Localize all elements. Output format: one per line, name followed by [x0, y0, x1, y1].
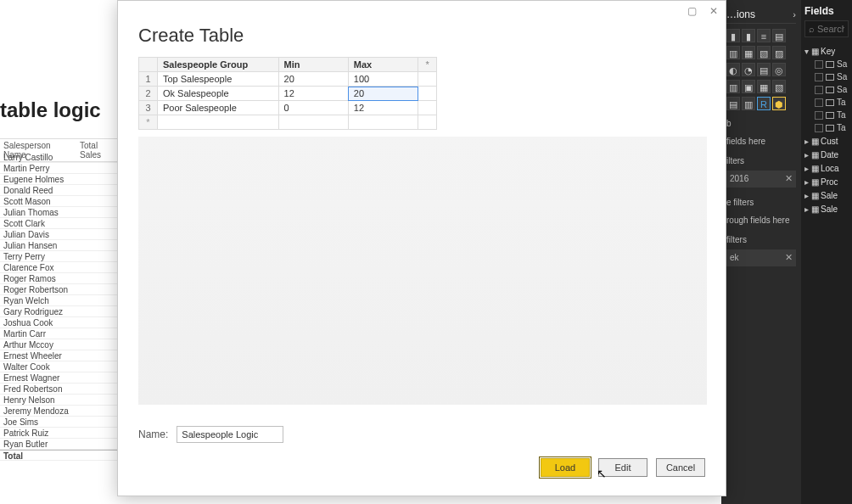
col-header-min[interactable]: Min	[278, 58, 348, 72]
list-item[interactable]: Ernest Wagner	[0, 372, 117, 384]
field-group[interactable]: ▸▦Date	[804, 148, 849, 161]
chart-icon-1[interactable]: ▮	[726, 29, 740, 42]
list-item[interactable]: Clarence Fox	[0, 262, 117, 273]
col-header-add[interactable]: *	[418, 58, 437, 72]
field-item[interactable]: Sa	[804, 83, 849, 96]
chart-icon-7[interactable]: ▧	[757, 46, 771, 59]
cell-extra[interactable]	[418, 101, 437, 115]
chart-icon-17[interactable]: ▤	[726, 97, 740, 110]
cell-extra[interactable]	[418, 72, 437, 87]
list-item[interactable]: Eugene Holmes	[0, 174, 117, 185]
cell-extra[interactable]	[418, 115, 437, 130]
list-item[interactable]: Martin Perry	[0, 163, 117, 174]
table-name-input[interactable]	[177, 426, 283, 443]
chart-icon-14[interactable]: ▣	[742, 80, 755, 93]
drillthrough-hint[interactable]: rough fields here	[726, 216, 796, 225]
field-item[interactable]: Sa	[804, 70, 849, 83]
list-item[interactable]: Henry Nelson	[0, 395, 117, 406]
chart-icon-2[interactable]: ▮	[742, 29, 755, 42]
field-group[interactable]: ▸▦Proc	[804, 175, 849, 188]
r-visual-icon[interactable]: R	[757, 97, 771, 110]
filter-chip-year[interactable]: 2016 ✕	[726, 171, 796, 188]
py-visual-icon[interactable]: ⬢	[772, 97, 786, 110]
cell-min[interactable]: 12	[278, 87, 348, 101]
cell-max[interactable]: 100	[348, 72, 418, 87]
fields-search[interactable]: ⌕	[804, 20, 849, 37]
checkbox-icon[interactable]	[815, 60, 823, 69]
checkbox-icon[interactable]	[815, 124, 823, 132]
list-item[interactable]: Roger Ramos	[0, 273, 117, 284]
field-item[interactable]: Sa	[804, 58, 849, 70]
field-group[interactable]: ▸▦Sale	[804, 188, 849, 202]
checkbox-icon[interactable]	[815, 73, 823, 81]
table-row[interactable]: 1Top Salespeople20100	[139, 72, 437, 87]
list-item[interactable]: Fred Robertson	[0, 384, 117, 395]
col-header-group[interactable]: Salespeople Group	[157, 58, 278, 72]
edit-button[interactable]: Edit	[598, 458, 647, 477]
list-item[interactable]: Donald Reed	[0, 185, 117, 196]
cell-group[interactable]	[157, 115, 278, 130]
field-group-key[interactable]: ▾ ▦ Key	[804, 44, 849, 58]
list-item[interactable]: Gary Rodriguez	[0, 306, 117, 317]
list-item[interactable]: Roger Robertson	[0, 284, 117, 295]
cell-max[interactable]	[348, 115, 418, 130]
checkbox-icon[interactable]	[815, 98, 823, 107]
chart-icon-13[interactable]: ▥	[726, 80, 740, 93]
list-item[interactable]: Joe Sims	[0, 417, 117, 428]
list-item[interactable]: Jeremy Mendoza	[0, 406, 117, 417]
cell-max[interactable]: 12	[348, 101, 418, 115]
field-group[interactable]: ▸▦Loca	[804, 161, 849, 175]
list-item[interactable]: Julian Hansen	[0, 240, 117, 251]
chart-icon-12[interactable]: ◎	[772, 63, 786, 76]
cell-group[interactable]: Top Salespeople	[157, 72, 278, 87]
list-item[interactable]: Scott Mason	[0, 196, 117, 207]
col-header-max[interactable]: Max	[348, 58, 418, 72]
cell-min[interactable]	[278, 115, 348, 130]
list-item[interactable]: Arthur Mccoy	[0, 339, 117, 350]
window-close-icon[interactable]: ✕	[707, 4, 720, 18]
window-restore-icon[interactable]: ▢	[685, 4, 698, 18]
field-item[interactable]: Ta	[804, 109, 849, 121]
list-item[interactable]: Ernest Wheeler	[0, 350, 117, 361]
cell-min[interactable]: 20	[278, 72, 348, 87]
chart-icon-11[interactable]: ▤	[757, 63, 771, 76]
table-row-new[interactable]: *	[139, 115, 437, 130]
list-item[interactable]: Ryan Butler	[0, 439, 117, 450]
checkbox-icon[interactable]	[815, 111, 823, 120]
list-item[interactable]: Martin Carr	[0, 328, 117, 339]
fields-search-input[interactable]	[817, 24, 844, 34]
list-item[interactable]: Joshua Cook	[0, 317, 117, 328]
data-grid[interactable]: Salespeople Group Min Max * 1Top Salespe…	[138, 57, 437, 130]
chart-icon-6[interactable]: ▦	[742, 46, 755, 59]
list-item[interactable]: Julian Thomas	[0, 207, 117, 218]
chart-icon-10[interactable]: ◔	[742, 63, 755, 76]
list-item[interactable]: Ryan Welch	[0, 295, 117, 306]
cell-group[interactable]: Poor Salespeople	[157, 101, 278, 115]
chart-icon-5[interactable]: ▥	[726, 46, 740, 59]
load-button[interactable]: Load	[541, 458, 590, 477]
field-item[interactable]: Ta	[804, 121, 849, 134]
field-group[interactable]: ▸▦Cust	[804, 134, 849, 148]
list-item[interactable]: Larry Castillo	[0, 152, 117, 163]
chart-icon-3[interactable]: ≡	[757, 29, 771, 42]
chart-icon-18[interactable]: ▥	[742, 97, 755, 110]
list-item[interactable]: Walter Cook	[0, 361, 117, 372]
cell-min[interactable]: 0	[278, 101, 348, 115]
table-row[interactable]: 2Ok Salespeople1220	[139, 87, 437, 101]
cell-group[interactable]: Ok Salespeople	[157, 87, 278, 101]
table-row[interactable]: 3Poor Salespeople012	[139, 101, 437, 115]
cancel-button[interactable]: Cancel	[656, 458, 705, 477]
close-icon[interactable]: ✕	[783, 173, 793, 183]
fields-drop-hint[interactable]: fields here	[726, 137, 796, 146]
chart-icon-16[interactable]: ▧	[772, 80, 786, 93]
chart-icon-8[interactable]: ▨	[772, 46, 786, 59]
field-group[interactable]: ▸▦Sale	[804, 202, 849, 216]
list-item[interactable]: Scott Clark	[0, 218, 117, 229]
chart-icon-9[interactable]: ◐	[726, 63, 740, 76]
chevron-right-icon[interactable]: ›	[793, 9, 796, 20]
checkbox-icon[interactable]	[815, 86, 823, 94]
list-item[interactable]: Julian Davis	[0, 229, 117, 240]
field-item[interactable]: Ta	[804, 96, 849, 109]
list-item[interactable]: Terry Perry	[0, 251, 117, 262]
close-icon-2[interactable]: ✕	[783, 252, 793, 262]
